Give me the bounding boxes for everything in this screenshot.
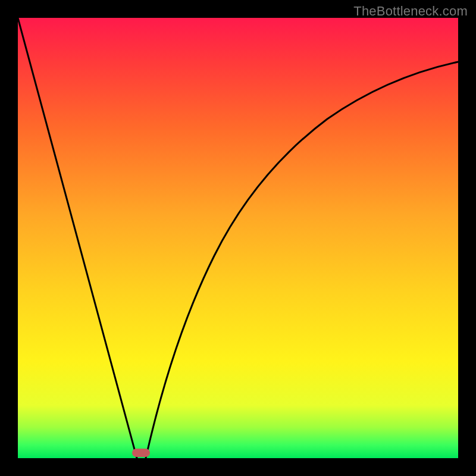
- plot-area: [18, 18, 458, 458]
- left-branch-line: [18, 18, 137, 458]
- min-marker: [132, 449, 150, 457]
- attribution-text: TheBottleneck.com: [353, 4, 468, 19]
- curve-layer: [18, 18, 458, 458]
- right-branch-line: [146, 62, 458, 458]
- chart-frame: TheBottleneck.com: [0, 0, 476, 476]
